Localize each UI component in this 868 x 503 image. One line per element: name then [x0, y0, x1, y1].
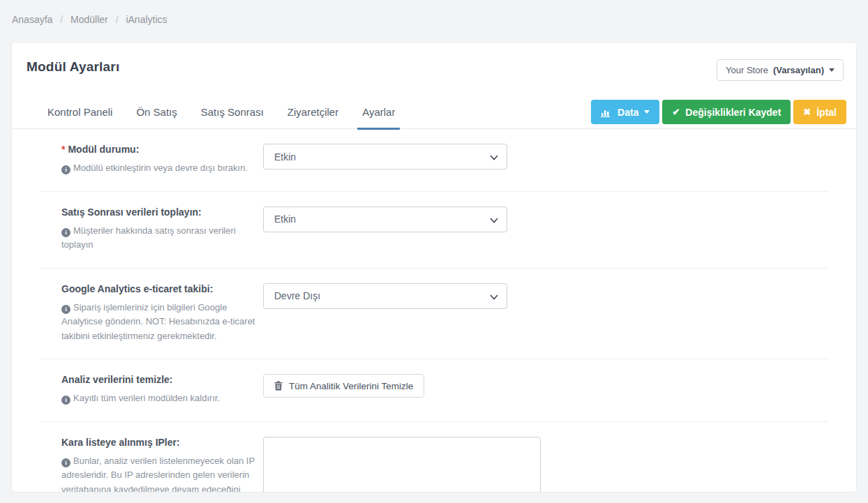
tab-bar: Kontrol Paneli Ön Satış Satış Sonrası Zi…	[12, 98, 856, 129]
save-changes-button[interactable]: ✔ Değişiklikleri Kaydet	[662, 100, 791, 124]
store-selector-button[interactable]: Your Store (Varsayılan)	[717, 59, 844, 81]
ga-tracking-select-value: Devre Dışı	[274, 290, 320, 301]
breadcrumb-ianalytics[interactable]: iAnalytics	[126, 14, 167, 25]
label-column: Google Analytics e-ticaret takibi: iSipa…	[61, 283, 263, 344]
info-icon: i	[61, 228, 70, 237]
breadcrumb-separator: /	[116, 14, 119, 25]
action-buttons: Data ✔ Değişiklikleri Kaydet ✖ İptal	[591, 100, 846, 124]
store-selector-prefix: Your Store	[726, 65, 768, 75]
info-icon: i	[61, 396, 70, 405]
chevron-down-icon	[490, 155, 498, 160]
form-row-after-sales-data: Satış Sonrası verileri toplayın: iMüşter…	[40, 192, 828, 269]
label-column: Analiz verilerini temizle: iKayıtlı tüm …	[61, 374, 263, 406]
cancel-button-label: İptal	[816, 107, 837, 118]
label-column: *Modül durumu: iModülü etkinleştirin vey…	[61, 144, 263, 176]
breadcrumb-separator: /	[60, 14, 63, 25]
info-icon: i	[61, 458, 70, 467]
bar-chart-icon	[601, 107, 612, 117]
module-status-help: iModülü etkinleştirin veya devre dışı bı…	[61, 161, 257, 176]
page-title: Modül Ayarları	[27, 59, 119, 75]
after-sales-help: iMüşteriler hakkında satış sonrası veril…	[61, 224, 257, 253]
info-icon: i	[61, 305, 70, 314]
form-row-blacklisted-ips: Kara listeye alınmış IPler: iBunlar, ana…	[40, 422, 828, 493]
label-column: Kara listeye alınmış IPler: iBunlar, ana…	[61, 437, 263, 493]
clear-analytics-button[interactable]: Tüm Analitik Verilerini Temizle	[263, 374, 424, 398]
data-button-label: Data	[618, 107, 638, 118]
blacklisted-ips-help: iBunlar, analiz verileri listelenmeyecek…	[61, 454, 257, 493]
ga-tracking-label: Google Analytics e-ticaret takibi:	[61, 283, 257, 294]
breadcrumb-moduller[interactable]: Modüller	[70, 14, 108, 25]
module-status-label: *Modül durumu:	[61, 144, 257, 155]
form-row-clear-data: Analiz verilerini temizle: iKayıtlı tüm …	[40, 359, 828, 422]
tab-on-satis[interactable]: Ön Satış	[124, 98, 188, 128]
module-status-select[interactable]: Etkin	[263, 144, 507, 170]
tab-ziyaretciler[interactable]: Ziyaretçiler	[276, 98, 350, 128]
caret-down-icon	[829, 68, 835, 72]
clear-data-label: Analiz verilerini temizle:	[61, 374, 257, 385]
chevron-down-icon	[490, 294, 498, 300]
cancel-button[interactable]: ✖ İptal	[793, 100, 846, 124]
blacklisted-ips-textarea[interactable]	[263, 437, 541, 493]
chevron-down-icon	[490, 218, 498, 223]
trash-icon	[274, 381, 283, 391]
caret-down-icon	[644, 110, 650, 114]
after-sales-label: Satış Sonrası verileri toplayın:	[61, 207, 257, 218]
x-icon: ✖	[803, 107, 811, 117]
check-icon: ✔	[672, 107, 680, 117]
tab-kontrol-paneli[interactable]: Kontrol Paneli	[36, 98, 124, 128]
after-sales-select-value: Etkin	[274, 213, 296, 225]
module-status-select-value: Etkin	[274, 151, 296, 163]
info-icon: i	[61, 165, 70, 174]
clear-analytics-button-label: Tüm Analitik Verilerini Temizle	[289, 381, 413, 391]
ga-tracking-select[interactable]: Devre Dışı	[263, 283, 507, 309]
required-asterisk: *	[61, 144, 65, 155]
blacklisted-ips-label: Kara listeye alınmış IPler:	[61, 437, 257, 448]
tab-satis-sonrasi[interactable]: Satış Sonrası	[189, 98, 276, 128]
settings-form: *Modül durumu: iModülü etkinleştirin vey…	[12, 129, 856, 493]
card-header: Modül Ayarları Your Store (Varsayılan)	[12, 43, 856, 81]
after-sales-select[interactable]: Etkin	[263, 207, 507, 232]
breadcrumb-anasayfa[interactable]: Anasayfa	[12, 14, 52, 25]
data-button[interactable]: Data	[591, 100, 659, 124]
module-settings-card: Modül Ayarları Your Store (Varsayılan) K…	[11, 42, 857, 493]
clear-data-help: iKayıtlı tüm verileri modülden kaldırır.	[61, 391, 257, 406]
label-column: Satış Sonrası verileri toplayın: iMüşter…	[61, 207, 263, 253]
save-button-label: Değişiklikleri Kaydet	[685, 107, 781, 118]
form-row-module-status: *Modül durumu: iModülü etkinleştirin vey…	[40, 129, 828, 192]
form-row-ga-tracking: Google Analytics e-ticaret takibi: iSipa…	[40, 269, 828, 360]
breadcrumb: Anasayfa / Modüller / iAnalytics	[0, 0, 868, 42]
ga-tracking-help: iSipariş işlemleriniz için bilgileri Goo…	[61, 301, 257, 344]
store-selector-value: (Varsayılan)	[773, 65, 824, 75]
tab-ayarlar[interactable]: Ayarlar	[350, 98, 407, 128]
